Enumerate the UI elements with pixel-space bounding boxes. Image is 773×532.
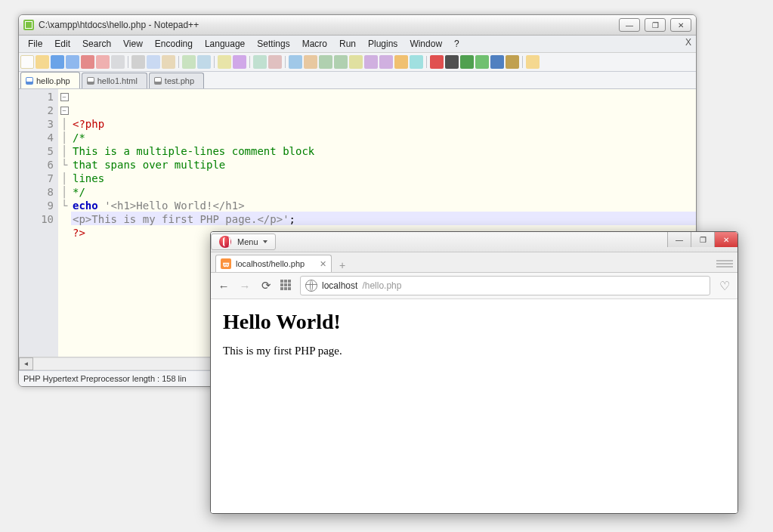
close-all-icon[interactable] [96,55,110,69]
window-title: C:\xampp\htdocs\hello.php - Notepad++ [39,20,619,30]
page-heading: Hello World! [223,310,725,334]
maximize-button[interactable]: ❐ [645,18,666,32]
macro-save-icon[interactable] [506,55,519,69]
toolbar-extra-icon[interactable] [526,55,540,69]
forward-button[interactable]: → [238,279,252,292]
new-tab-button[interactable]: + [335,258,350,272]
folder-workspace-icon[interactable] [394,55,408,69]
sync-scroll-icon[interactable] [289,55,302,69]
close-window-button[interactable]: ✕ [670,18,691,32]
url-host: localhost [322,280,357,291]
titlebar[interactable]: C:\xampp\htdocs\hello.php - Notepad++ — … [19,15,696,36]
menu-search[interactable]: Search [76,37,117,51]
redo-icon[interactable] [197,55,211,69]
file-tab-test-php[interactable]: test.php [149,73,204,88]
page-content: Hello World! This is my first PHP page. [211,299,737,513]
menu-encoding[interactable]: Encoding [149,37,199,51]
opera-browser-window: Menu — ❐ ✕ ϖ localhost/hello.php ✕ + ← →… [210,231,738,514]
file-icon [26,77,33,85]
code-token: echo [73,200,98,212]
open-file-icon[interactable] [36,55,49,69]
status-text: PHP Hypertext Preprocessor length : 158 … [23,374,187,383]
file-tabbar: hello.php hello1.html test.php [19,72,696,89]
menu-edit[interactable]: Edit [48,37,76,51]
paste-icon[interactable] [162,55,175,69]
back-button[interactable]: ← [217,279,230,292]
menu-plugins[interactable]: Plugins [362,37,404,51]
code-token: ?> [73,227,85,239]
toolbar-separator [426,56,427,68]
menu-macro[interactable]: Macro [296,37,333,51]
doc-map-icon[interactable] [364,55,378,69]
macro-play-multi-icon[interactable] [475,55,489,69]
macro-record-icon[interactable] [430,55,444,69]
word-wrap-icon[interactable] [304,55,317,69]
panel-toggle-icon[interactable] [716,260,733,272]
save-all-icon[interactable] [66,55,79,69]
replace-icon[interactable] [233,55,246,69]
new-file-icon[interactable] [20,55,34,69]
code-token: */ [73,186,85,198]
code-token: <?php [73,118,104,130]
print-icon[interactable] [111,55,125,69]
close-file-icon[interactable] [81,55,94,69]
speed-dial-button[interactable] [280,280,292,292]
address-field[interactable]: localhost/hello.php [300,276,710,295]
cut-icon[interactable] [131,55,145,69]
function-list-icon[interactable] [379,55,393,69]
close-tab-button[interactable]: ✕ [320,259,326,269]
bookmark-heart-icon[interactable]: ♡ [718,279,731,292]
undo-icon[interactable] [182,55,196,69]
file-tab-hello-php[interactable]: hello.php [20,72,80,88]
url-path: /hello.php [362,280,401,291]
menu-language[interactable]: Language [199,37,251,51]
code-token: '<h1>Hello World!</h1> [98,200,245,212]
toolbar-separator [249,56,250,68]
toolbar-separator [285,56,286,68]
file-tab-hello1-html[interactable]: hello1.html [82,73,147,88]
code-token: /* [73,131,85,144]
toolbar-separator [522,56,523,68]
line-number-gutter: 12345678910 [19,89,58,357]
reload-button[interactable]: ⟳ [259,279,273,292]
file-tab-label: test.php [165,76,194,85]
menu-settings[interactable]: Settings [251,37,295,51]
indent-guide-icon[interactable] [334,55,348,69]
fold-margin[interactable]: − − │ │ │ └ │ │ └ [58,89,71,357]
file-icon [154,77,162,85]
minimize-button[interactable]: — [619,18,640,32]
monitoring-icon[interactable] [410,55,423,69]
menubar: File Edit Search View Encoding Language … [19,36,696,53]
menu-help[interactable]: ? [448,37,465,51]
menu-window[interactable]: Window [404,37,448,51]
close-window-button[interactable]: ✕ [714,232,737,247]
zoom-out-icon[interactable] [268,55,282,69]
toolbar-separator [128,56,128,68]
menu-view[interactable]: View [117,37,149,51]
toolbar [19,53,696,72]
browser-tab[interactable]: ϖ localhost/hello.php ✕ [215,255,332,272]
xampp-favicon: ϖ [221,258,231,269]
tab-title: localhost/hello.php [236,259,305,268]
macro-play-icon[interactable] [460,55,474,69]
close-document-button[interactable]: X [685,37,691,48]
app-icon [23,20,34,30]
show-symbols-icon[interactable] [319,55,332,69]
macro-stop-icon[interactable] [445,55,459,69]
copy-icon[interactable] [147,55,160,69]
browser-tabbar: ϖ localhost/hello.php ✕ + [211,252,737,273]
code-token: ; [289,213,295,225]
file-icon [87,77,94,85]
menu-file[interactable]: File [22,37,48,51]
code-token: <p>This is my first PHP page.</p>' [73,213,289,225]
scroll-left-button[interactable]: ◄ [19,357,33,370]
user-lang-icon[interactable] [349,55,363,69]
save-icon[interactable] [51,55,64,69]
globe-icon [305,280,317,292]
zoom-in-icon[interactable] [253,55,267,69]
find-icon[interactable] [218,55,231,69]
menu-run[interactable]: Run [333,37,362,51]
file-tab-label: hello1.html [97,76,138,85]
page-paragraph: This is my first PHP page. [223,345,725,357]
macro-fast-icon[interactable] [490,55,504,69]
